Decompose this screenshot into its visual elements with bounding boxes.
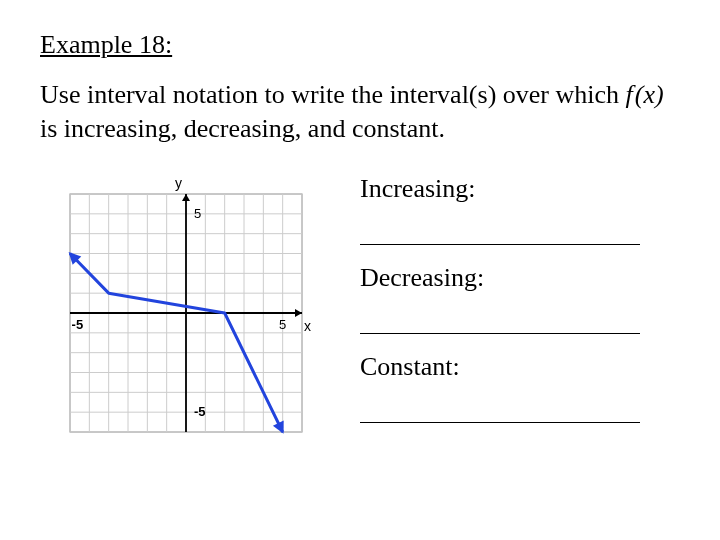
svg-text:5: 5 — [279, 317, 286, 332]
constant-blank[interactable] — [360, 400, 640, 423]
page: Example 18: Use interval notation to wri… — [0, 0, 720, 450]
prompt-before: Use interval notation to write the inter… — [40, 80, 626, 109]
example-heading: Example 18: — [40, 30, 680, 60]
fx-f: f — [626, 80, 633, 109]
increasing-blank[interactable] — [360, 222, 640, 245]
svg-text:5: 5 — [194, 205, 201, 220]
fx-expression: f(x) — [626, 80, 664, 109]
constant-label: Constant: — [360, 352, 680, 382]
prompt-text: Use interval notation to write the inter… — [40, 78, 680, 146]
svg-text:-5: -5 — [72, 317, 84, 332]
function-graph: 5-55-5xy — [40, 170, 320, 450]
svg-text:-5: -5 — [194, 404, 206, 419]
svg-text:y: y — [175, 175, 182, 191]
answers-column: Increasing: Decreasing: Constant: — [360, 166, 680, 441]
decreasing-blank[interactable] — [360, 311, 640, 334]
prompt-after: is increasing, decreasing, and constant. — [40, 114, 445, 143]
decreasing-label: Decreasing: — [360, 263, 680, 293]
content-row: 5-55-5xy Increasing: Decreasing: Constan… — [40, 166, 680, 450]
svg-text:x: x — [304, 318, 311, 334]
fx-arg: (x) — [635, 80, 664, 109]
increasing-label: Increasing: — [360, 174, 680, 204]
chart-container: 5-55-5xy — [40, 166, 320, 450]
